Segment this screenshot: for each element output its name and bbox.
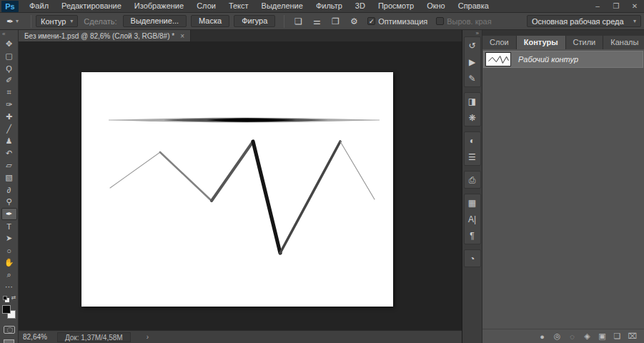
pen-tool[interactable]: ✒ [1,208,17,220]
styles-panel-icon[interactable]: ❋ [465,109,480,126]
brush-settings-panel-icon[interactable]: ✎ [465,70,480,86]
histogram-panel-icon[interactable]: ▦ [465,194,480,211]
tab-styles[interactable]: Стили [566,36,604,49]
dodge-tool[interactable]: ⚲ [1,196,17,208]
optimize-checkbox[interactable] [367,17,375,25]
eraser-tool[interactable]: ▱ [1,159,17,172]
zoom-tool[interactable]: ⌕ [1,269,17,281]
make-shape-button[interactable]: Фигура [234,15,275,27]
foreground-color-swatch[interactable] [2,305,11,314]
menu-item[interactable]: Справка [452,0,495,12]
make-selection-button[interactable]: Выделение... [123,15,187,27]
tool-ellipsis[interactable]: ⋯ [1,281,17,293]
screen-mode-button[interactable] [4,339,14,343]
menu-item[interactable]: Изображение [128,0,190,12]
path-operations-icon[interactable]: ❏ [291,15,305,28]
tab-channels[interactable]: Каналы [603,36,644,49]
clone-stamp-tool[interactable]: ♟ [1,135,17,147]
optimize-checkbox-row[interactable]: Оптимизация [367,17,427,26]
tool-mode-dropdown[interactable]: Контур ▾ [36,15,78,27]
panel-strip-groups: ↺▶✎◨❋◐☰⎙▦A|¶◔ [464,36,481,272]
color-panel-icon[interactable]: ◨ [465,93,480,109]
make-work-path-button[interactable]: ◈ [581,331,593,342]
swap-colors-icon[interactable]: ⇄ [11,294,16,301]
work-path-row[interactable]: Рабочий контур [483,51,643,68]
tab-paths[interactable]: Контуры [517,36,566,49]
path-alignment-icon[interactable]: ⚌ [309,15,324,28]
marquee-tool[interactable]: ▢ [1,50,17,62]
canvas-pasteboard[interactable] [19,41,462,330]
menu-item[interactable]: 3D [349,0,372,12]
history-brush-tool[interactable]: ↶ [1,147,17,159]
history-panel-icon[interactable]: ↺ [465,37,480,54]
make-buttons: Выделение...МаскаФигура [123,15,280,27]
fill-path-button[interactable]: ● [536,331,548,342]
document-area: Без имени-1.psd @ 82,6% (Слой 3, RGB/8#)… [19,30,462,343]
expand-panels-icon[interactable]: » [476,30,482,36]
delete-path-button[interactable]: ⌧ [626,331,638,342]
new-path-button[interactable]: ❏ [611,331,623,342]
zoom-level-field[interactable]: 82,64% [19,333,51,341]
lasso-tool[interactable]: Ϙ [1,62,17,74]
tab-layers[interactable]: Слои [482,36,517,49]
menu-item[interactable]: Текст [222,0,255,12]
quick-selection-tool[interactable]: ✐ [1,74,17,86]
stroke-path-button[interactable]: ◎ [551,331,563,342]
document-tab[interactable]: Без имени-1.psd @ 82,6% (Слой 3, RGB/8#)… [19,30,191,41]
path-arrangement-icon[interactable]: ❐ [328,15,342,28]
tool-preset-picker[interactable]: ✒ ▾ [3,16,22,27]
menu-item[interactable]: Фильтр [309,0,349,12]
align-edges-label: Выров. края [447,17,491,26]
menu-item[interactable]: Файл [23,0,55,12]
hand-tool[interactable]: ✋ [1,257,17,269]
clone-source-panel-icon[interactable]: ⎙ [465,172,480,188]
load-path-as-selection-button[interactable]: ◌ [566,331,578,342]
workspace-dropdown[interactable]: Основная рабочая среда ▾ [527,15,641,27]
menu-item[interactable]: Слои [190,0,222,12]
window-controls: –❐✕ [588,0,644,12]
make-mask-button[interactable]: Маска [191,15,229,27]
quick-mask-button[interactable] [4,326,15,334]
type-tool[interactable]: T [1,220,17,232]
menu-item[interactable]: Окно [420,0,452,12]
move-tool[interactable]: ✥ [1,38,17,50]
character-panel-icon[interactable]: A| [465,211,480,227]
path-selection-tool[interactable]: ➤ [1,232,17,244]
actions-panel-icon[interactable]: ▶ [465,54,480,70]
shape-tool[interactable]: ○ [1,244,17,257]
document-tab-title: Без имени-1.psd @ 82,6% (Слой 3, RGB/8#)… [24,32,174,40]
menu-item[interactable]: Редактирование [55,0,128,12]
adjustments-panel-icon[interactable]: ◐ [465,132,480,149]
navigator-panel-icon[interactable]: ◔ [465,250,480,267]
crop-tool[interactable]: ⌗ [1,86,17,99]
blur-tool[interactable]: ∂ [1,184,17,196]
eyedropper-tool[interactable]: ✑ [1,99,17,111]
make-label: Сделать: [84,17,117,26]
status-menu-arrow-icon[interactable]: › [147,333,149,341]
gear-icon[interactable]: ⚙ [347,15,361,28]
pen-paths-drawing [81,72,393,307]
gradient-tool[interactable]: ▧ [1,172,17,184]
paragraph-panel-icon[interactable]: ¶ [465,227,480,244]
paths-panel-content: Рабочий контур [482,49,644,329]
add-mask-button[interactable]: ▣ [596,331,608,342]
align-edges-checkbox-row: Выров. края [436,17,491,26]
tool-list: ✥▢Ϙ✐⌗✑✚╱♟↶▱▧∂⚲✒T➤○✋⌕⋯ [1,38,17,293]
collapse-tools-icon[interactable]: « [0,31,5,38]
panel-tabs: СлоиКонтурыСтилиКаналы≡ [482,36,644,49]
restore-button[interactable]: ❐ [607,0,625,12]
document-canvas[interactable] [81,72,393,307]
color-swatches[interactable] [1,304,17,320]
menu-item[interactable]: Выделение [255,0,309,12]
panel-group: ◨❋ [464,92,481,126]
minimize-button[interactable]: – [588,0,607,12]
options-bar: ✒ ▾ Контур ▾ Сделать: Выделение...МаскаФ… [0,13,644,30]
close-button[interactable]: ✕ [625,0,644,12]
brush-tool[interactable]: ╱ [1,123,17,135]
close-tab-icon[interactable]: × [180,32,184,40]
menu-item[interactable]: Просмотр [372,0,420,12]
properties-panel-icon[interactable]: ☰ [465,149,480,165]
main-area: « ✥▢Ϙ✐⌗✑✚╱♟↶▱▧∂⚲✒T➤○✋⌕⋯ ⇄ Без имени-1.ps… [0,30,644,343]
chevron-down-icon: ▾ [633,18,636,24]
healing-brush-tool[interactable]: ✚ [1,111,17,123]
